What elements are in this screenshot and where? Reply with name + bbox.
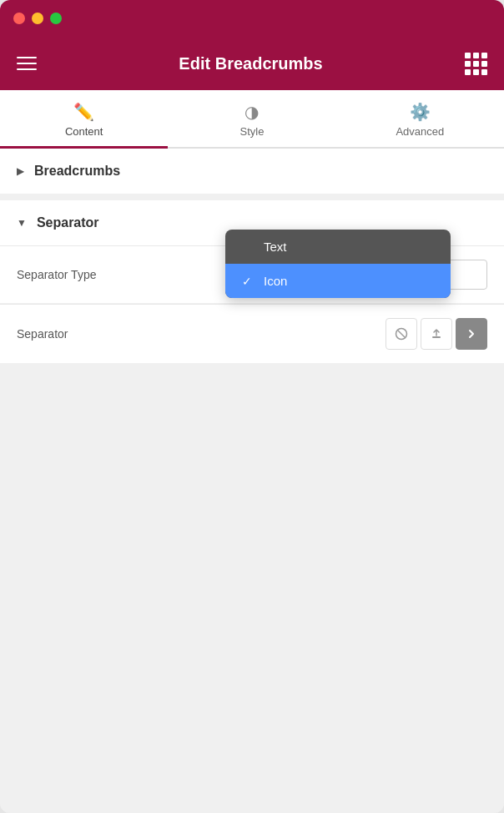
main-content: ▶ Breadcrumbs ▼ Separator Separator Type…	[0, 149, 504, 813]
minimize-button[interactable]	[32, 13, 43, 24]
dropdown-text-label: Text	[264, 240, 287, 254]
page-title: Edit Breadcrumbs	[37, 54, 465, 73]
hamburger-menu-icon[interactable]	[17, 57, 37, 70]
tab-style-label: Style	[240, 125, 265, 138]
header: Edit Breadcrumbs	[0, 37, 504, 90]
separator-type-dropdown[interactable]: Text ✓ Icon	[225, 230, 451, 298]
tab-advanced-label: Advanced	[396, 125, 444, 138]
tab-advanced[interactable]: ⚙️ Advanced	[336, 90, 504, 147]
breadcrumbs-section-title: Breadcrumbs	[34, 164, 120, 179]
separator-section: ▼ Separator Separator Type Text ✓ Icon	[0, 200, 504, 364]
checkmark-selected-icon: ✓	[242, 275, 255, 288]
svg-line-1	[398, 331, 405, 337]
tab-bar: ✏️ Content ◑ Style ⚙️ Advanced	[0, 90, 504, 149]
separator-icon-row: Separator	[0, 305, 504, 364]
tab-style[interactable]: ◑ Style	[168, 90, 335, 147]
dropdown-icon-label: Icon	[264, 274, 287, 288]
maximize-button[interactable]	[50, 13, 62, 24]
pencil-icon: ✏️	[73, 102, 94, 122]
svg-rect-2	[432, 336, 441, 338]
clear-separator-button[interactable]	[386, 318, 417, 350]
separator-type-label: Separator Type	[17, 268, 134, 281]
style-icon: ◑	[244, 102, 259, 122]
grid-apps-icon[interactable]	[465, 53, 487, 75]
separator-chevron-icon: ▼	[17, 217, 27, 229]
separator-icon-controls	[134, 318, 487, 350]
breadcrumbs-section-header[interactable]: ▶ Breadcrumbs	[0, 149, 504, 194]
icon-button-group	[386, 318, 487, 350]
breadcrumbs-section: ▶ Breadcrumbs	[0, 149, 504, 194]
dropdown-option-icon[interactable]: ✓ Icon	[225, 264, 451, 298]
gear-icon: ⚙️	[410, 102, 431, 122]
separator-type-row: Separator Type Text ✓ Icon Icon	[0, 246, 504, 304]
next-separator-button[interactable]	[456, 318, 487, 350]
traffic-light-bar	[0, 0, 504, 37]
traffic-lights	[13, 13, 62, 24]
breadcrumbs-chevron-icon: ▶	[17, 165, 24, 177]
app-window: Edit Breadcrumbs ✏️ Content ◑ Style ⚙️ A…	[0, 0, 504, 813]
tab-content-label: Content	[65, 125, 103, 138]
separator-section-title: Separator	[37, 215, 99, 230]
upload-separator-button[interactable]	[421, 318, 452, 350]
separator-row-label: Separator	[17, 327, 134, 341]
dropdown-option-text[interactable]: Text	[225, 230, 451, 264]
close-button[interactable]	[13, 13, 25, 24]
tab-content[interactable]: ✏️ Content	[0, 90, 168, 149]
